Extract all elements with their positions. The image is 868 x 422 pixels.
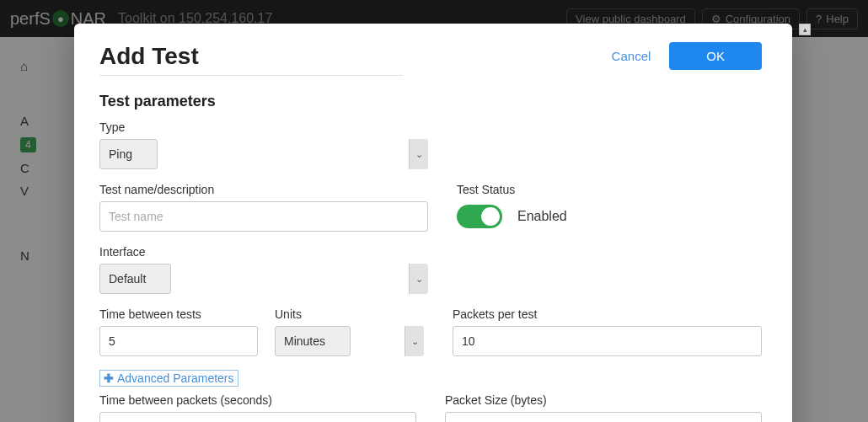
status-value: Enabled (517, 209, 567, 224)
scroll-up-icon[interactable]: ▴ (799, 24, 811, 35)
test-name-label: Test name/description (99, 183, 428, 196)
chevron-down-icon: ⌄ (411, 336, 419, 347)
test-name-input[interactable] (99, 201, 428, 232)
time-between-input[interactable] (99, 326, 258, 356)
chevron-down-icon: ⌄ (415, 149, 423, 160)
add-test-modal: Add Test Cancel OK Test parameters Type … (74, 24, 792, 422)
section-test-parameters: Test parameters (99, 93, 762, 110)
cancel-button[interactable]: Cancel (612, 49, 651, 63)
packets-per-test-label: Packets per test (453, 307, 762, 321)
type-select[interactable]: Ping (99, 139, 158, 169)
packet-size-input[interactable] (445, 412, 762, 422)
packets-per-test-input[interactable] (453, 326, 762, 356)
test-status-label: Test Status (457, 183, 567, 196)
time-between-packets-input[interactable] (99, 412, 416, 422)
chevron-down-icon: ⌄ (415, 274, 423, 285)
units-label: Units (275, 307, 424, 321)
ok-button[interactable]: OK (669, 42, 762, 70)
units-select[interactable]: Minutes (275, 326, 351, 356)
advanced-parameters-toggle[interactable]: ✚ Advanced Parameters (99, 370, 238, 387)
type-label: Type (99, 120, 428, 134)
status-toggle[interactable] (457, 205, 502, 228)
interface-select[interactable]: Default (99, 264, 171, 294)
time-between-label: Time between tests (99, 307, 258, 321)
interface-label: Interface (99, 245, 428, 259)
plus-icon: ✚ (104, 371, 114, 385)
time-between-packets-label: Time between packets (seconds) (99, 393, 416, 407)
modal-title: Add Test (99, 43, 199, 70)
packet-size-label: Packet Size (bytes) (445, 393, 762, 407)
